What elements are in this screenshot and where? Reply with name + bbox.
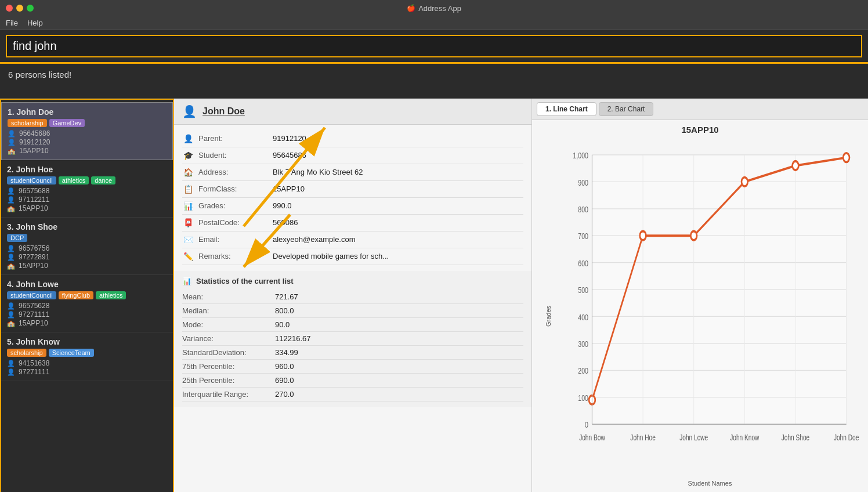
stat-row-7: Interquartile Range: 270.0 [182, 388, 523, 401]
chart-title: 15APP10 [532, 120, 868, 137]
svg-text:John Shoe: John Shoe [782, 433, 810, 442]
person-tags: studentCouncilflyingClubathletics [7, 291, 167, 299]
stat-label: Mode: [182, 320, 275, 329]
field-icon: 📋 [182, 184, 194, 194]
person-icon: 👤 [182, 104, 197, 118]
parent-number: 97112211 [19, 196, 49, 204]
person-item-4[interactable]: 5. John Know scholarshipScienceTeam 👤 94… [1, 332, 173, 381]
field-label: Email: [198, 235, 268, 244]
menu-file[interactable]: File [6, 19, 18, 27]
field-row-2: 🏠 Address: Blk 7 Ang Mo Kio Street 62 [182, 164, 523, 181]
stat-label: Interquartile Range: [182, 390, 275, 399]
svg-point-39 [640, 231, 646, 240]
field-value: 569086 [273, 218, 298, 227]
svg-text:John Know: John Know [730, 433, 760, 442]
class-icon: 🏫 [7, 262, 15, 270]
svg-text:400: 400 [578, 312, 588, 322]
detail-person-name: John Doe [202, 106, 245, 117]
stat-label: StandardDeviation: [182, 348, 275, 357]
tag: athletics [59, 176, 89, 184]
svg-text:600: 600 [578, 258, 588, 268]
svg-point-41 [742, 178, 748, 186]
search-bar [0, 30, 868, 64]
svg-point-40 [690, 231, 697, 240]
stat-row-0: Mean: 721.67 [182, 290, 523, 304]
person-info: 👤 94151638 👤 97271111 [7, 359, 167, 376]
tag: studentCouncil [7, 291, 56, 299]
svg-text:800: 800 [578, 204, 588, 214]
stat-value: 112216.67 [275, 334, 310, 343]
person-item-1[interactable]: 2. John Hoe studentCouncilathleticsdance… [1, 160, 173, 218]
stat-value: 90.0 [275, 320, 290, 329]
field-label: Grades: [198, 201, 268, 210]
field-value: Blk 7 Ang Mo Kio Street 62 [273, 168, 363, 176]
person-tags: DCP [7, 234, 167, 242]
chart-tabs: 1. Line Chart2. Bar Chart [532, 99, 868, 120]
student-number: 96575628 [19, 302, 49, 310]
field-label: Student: [198, 151, 268, 160]
person-tags: scholarshipGameDev [8, 119, 167, 127]
field-value: Developed mobile games for sch... [273, 252, 389, 261]
stats-section: 📊 Statistics of the current list Mean: 7… [174, 271, 531, 407]
tag: dance [91, 176, 115, 184]
stat-row-4: StandardDeviation: 334.99 [182, 346, 523, 360]
svg-text:100: 100 [578, 393, 588, 403]
field-row-1: 🎓 Student: 95645686 [182, 147, 523, 164]
parent-icon: 👤 [7, 368, 15, 376]
stat-value: 960.0 [275, 362, 294, 371]
field-icon: ✉️ [182, 235, 194, 244]
student-icon: 👤 [7, 245, 15, 252]
parent-number: 91912120 [19, 138, 50, 146]
student-number: 94151638 [19, 359, 49, 367]
student-icon: 👤 [8, 130, 16, 138]
student-icon: 👤 [7, 302, 15, 310]
parent-number: 97271111 [19, 368, 49, 376]
parent-icon: 👤 [7, 254, 15, 261]
search-input[interactable] [6, 35, 862, 57]
person-info: 👤 96576756 👤 97272891 🏫 15APP10 [7, 244, 167, 270]
stat-row-6: 25th Percentile: 690.0 [182, 374, 523, 388]
parent-icon: 👤 [7, 196, 15, 204]
person-tags: studentCouncilathleticsdance [7, 176, 167, 184]
stat-row-5: 75th Percentile: 960.0 [182, 360, 523, 374]
formclass: 15APP10 [19, 262, 48, 270]
field-row-7: ✏️ Remarks: Developed mobile games for s… [182, 248, 523, 265]
svg-text:John Hoe: John Hoe [630, 433, 655, 442]
person-info: 👤 96575628 👤 97271111 🏫 15APP10 [7, 302, 167, 327]
student-icon: 👤 [7, 360, 15, 367]
person-item-0[interactable]: 1. John Doe scholarshipGameDev 👤 9564568… [1, 102, 173, 160]
close-button[interactable] [6, 5, 13, 12]
menu-help[interactable]: Help [27, 19, 43, 27]
field-icon: 📮 [182, 218, 194, 227]
minimize-button[interactable] [16, 5, 23, 12]
tag: DCP [7, 234, 27, 242]
field-value: 95645686 [273, 151, 306, 160]
class-icon: 🏫 [7, 320, 15, 327]
field-value: 15APP10 [273, 184, 305, 193]
person-item-3[interactable]: 4. John Lowe studentCouncilflyingClubath… [1, 275, 173, 332]
chart-tab-0[interactable]: 1. Line Chart [537, 102, 596, 116]
person-info: 👤 95645686 👤 91912120 🏫 15APP10 [8, 129, 167, 155]
student-number: 96576756 [19, 244, 49, 252]
maximize-button[interactable] [27, 5, 34, 12]
field-row-6: ✉️ Email: alexyeoh@example.com [182, 231, 523, 248]
person-name: 1. John Doe [8, 107, 167, 117]
field-value: alexyeoh@example.com [273, 235, 356, 244]
formclass: 15APP10 [19, 147, 49, 155]
svg-text:200: 200 [578, 366, 588, 376]
person-tags: scholarshipScienceTeam [7, 349, 167, 357]
person-item-2[interactable]: 3. John Shoe DCP 👤 96576756 👤 97272891 🏫… [1, 218, 173, 275]
field-label: FormClass: [198, 184, 268, 193]
svg-text:John Bow: John Bow [579, 433, 605, 442]
chart-tab-1[interactable]: 2. Bar Chart [599, 102, 654, 116]
field-label: Parent: [198, 134, 268, 143]
student-icon: 👤 [7, 187, 15, 195]
parent-icon: 👤 [7, 311, 15, 319]
svg-text:John Doe: John Doe [834, 433, 859, 442]
person-name: 2. John Hoe [7, 165, 167, 174]
svg-text:0: 0 [585, 419, 588, 429]
stat-row-1: Median: 800.0 [182, 304, 523, 318]
y-axis-label: Grades [545, 306, 552, 327]
tag: ScienceTeam [49, 349, 94, 357]
person-name: 5. John Know [7, 337, 167, 346]
